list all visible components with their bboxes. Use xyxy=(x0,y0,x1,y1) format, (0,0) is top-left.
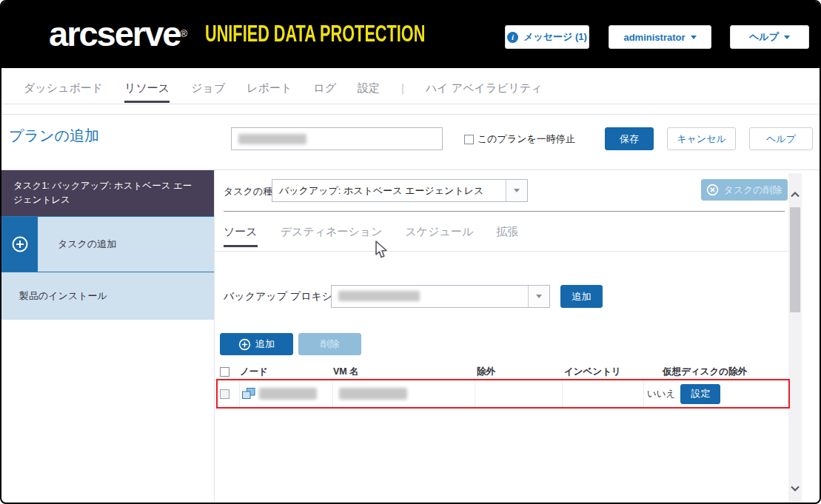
col-exclusion: 除外 xyxy=(475,363,563,380)
tab-source[interactable]: ソース xyxy=(224,225,258,247)
redacted-plan-name xyxy=(238,134,306,144)
sidebar-item-add-task[interactable]: タスクの追加 xyxy=(1,216,215,272)
vdisk-exclusion-value: いいえ xyxy=(647,388,675,400)
chevron-down-icon xyxy=(536,295,542,298)
delete-node-button: 削除 xyxy=(298,333,361,355)
scroll-up-button[interactable] xyxy=(788,184,802,206)
pause-plan-checkbox[interactable] xyxy=(464,135,474,144)
plus-circle-icon xyxy=(11,235,29,253)
nav-tab-settings[interactable]: 設定 xyxy=(358,68,380,101)
registered-mark: ® xyxy=(180,28,187,39)
chevron-down-icon xyxy=(514,189,520,192)
nav-tab-resources[interactable]: リソース xyxy=(124,68,170,103)
delete-task-label: タスクの削除 xyxy=(723,184,782,197)
help-menu-button[interactable]: ヘルプ xyxy=(730,25,809,49)
tab-schedule[interactable]: スケジュール xyxy=(406,225,474,247)
help-menu-label: ヘルプ xyxy=(749,30,779,44)
node-table-header: ノード VM 名 除外 インベントリ 仮想ディスクの除外 xyxy=(216,363,790,380)
sidebar-item-task1[interactable]: タスク1: バックアップ: ホストベース エージェントレス xyxy=(1,170,214,216)
add-task-icon-cell xyxy=(2,217,38,272)
messages-button[interactable]: i メッセージ (1) xyxy=(505,25,589,49)
pause-plan-control: このプランを一時停止 xyxy=(464,132,575,146)
tab-destination[interactable]: デスティネーション xyxy=(281,225,383,247)
top-bar: arcserve® UNIFIED DATA PROTECTION i メッセー… xyxy=(1,1,820,68)
page-title: プランの追加 xyxy=(9,126,99,146)
add-node-button[interactable]: 追加 xyxy=(220,333,293,355)
sidebar-item-install-product[interactable]: 製品のインストール xyxy=(1,272,214,320)
save-button[interactable]: 保存 xyxy=(605,127,654,150)
redacted-proxy-name xyxy=(338,291,420,301)
cell-inventory xyxy=(563,380,644,407)
add-task-label: タスクの追加 xyxy=(38,217,214,272)
section-rule xyxy=(224,211,785,212)
info-icon: i xyxy=(507,32,518,43)
add-node-label: 追加 xyxy=(255,337,275,351)
tab-advanced[interactable]: 拡張 xyxy=(496,225,518,247)
help-button[interactable]: ヘルプ xyxy=(749,127,813,150)
row-checkbox[interactable] xyxy=(220,389,229,399)
arcserve-logo: arcserve® UNIFIED DATA PROTECTION xyxy=(49,16,520,51)
select-arrow[interactable] xyxy=(528,286,549,307)
chevron-down-icon xyxy=(784,36,790,39)
col-inventory: インベントリ xyxy=(563,363,644,380)
main-nav: ダッシュボード リソース ジョブ レポート ログ 設定 | ハイ アベイラビリテ… xyxy=(1,68,820,104)
user-label: administrator xyxy=(623,32,685,43)
chevron-down-icon xyxy=(691,36,697,39)
col-vdisk-exclusion: 仮想ディスクの除外 xyxy=(644,363,790,380)
nav-tab-log[interactable]: ログ xyxy=(313,68,336,101)
redacted-vm-name xyxy=(339,388,407,400)
messages-label: メッセージ (1) xyxy=(523,30,587,44)
configure-button[interactable]: 設定 xyxy=(680,384,720,404)
nav-tab-high-availability[interactable]: ハイ アベイラビリティ xyxy=(426,68,543,101)
sidebar-divider xyxy=(214,170,215,504)
delete-task-button: タスクの削除 xyxy=(701,179,788,201)
task-type-select[interactable]: バックアップ: ホストベース エージェントレス xyxy=(272,179,528,202)
subtab-divider xyxy=(215,251,788,252)
cell-exclusion xyxy=(475,380,563,407)
nav-tab-reports[interactable]: レポート xyxy=(247,68,292,101)
col-vm-name: VM 名 xyxy=(333,363,475,380)
mouse-cursor-icon xyxy=(371,240,389,261)
chevron-up-icon xyxy=(791,192,800,198)
redacted-node-name xyxy=(259,388,317,400)
scrollbar-thumb[interactable] xyxy=(790,207,800,312)
divider-line xyxy=(1,114,820,115)
cancel-button[interactable]: キャンセル xyxy=(667,127,736,150)
x-circle-icon xyxy=(706,184,719,196)
col-node: ノード xyxy=(240,363,333,380)
vertical-scrollbar[interactable] xyxy=(788,173,802,503)
backup-proxy-label: バックアップ プロキシ xyxy=(224,290,332,303)
app-window: arcserve® UNIFIED DATA PROTECTION i メッセー… xyxy=(0,0,821,504)
plan-name-input[interactable] xyxy=(231,127,443,150)
proxy-add-button[interactable]: 追加 xyxy=(560,285,603,308)
select-arrow[interactable] xyxy=(506,180,527,201)
vm-node-icon xyxy=(241,387,256,400)
scroll-down-button[interactable] xyxy=(788,477,802,500)
logo-tagline: UNIFIED DATA PROTECTION xyxy=(205,22,425,45)
pause-plan-label: このプランを一時停止 xyxy=(477,132,575,146)
task-type-value: バックアップ: ホストベース エージェントレス xyxy=(272,180,506,201)
user-menu-button[interactable]: administrator xyxy=(609,25,711,49)
plus-circle-icon xyxy=(238,338,251,351)
chevron-down-icon xyxy=(791,485,800,491)
backup-proxy-value xyxy=(332,286,528,307)
nav-tab-dashboard[interactable]: ダッシュボード xyxy=(24,68,103,101)
logo-text: arcserve xyxy=(49,16,180,51)
table-row[interactable]: いいえ 設定 xyxy=(216,380,790,408)
nav-tab-jobs[interactable]: ジョブ xyxy=(191,68,225,101)
backup-proxy-select[interactable] xyxy=(331,285,550,308)
select-all-checkbox[interactable] xyxy=(220,367,229,377)
nav-separator: | xyxy=(401,68,404,104)
